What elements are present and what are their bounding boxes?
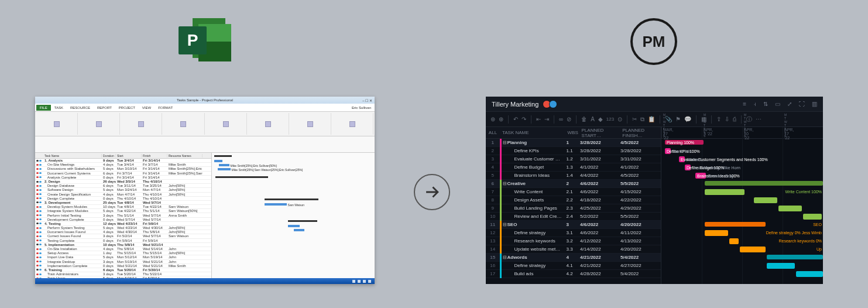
table-row[interactable]: 7 Write Content 2.1 4/6/2022 4/15/2022 — [486, 188, 661, 196]
table-row[interactable]: Software Design 5 days Mon 3/24/14 Mon 4… — [35, 188, 211, 192]
paste-icon[interactable] — [96, 121, 102, 127]
table-row[interactable]: 5 Brainstorm Ideas 1.4 4/4/2022 4/5/2022 — [486, 172, 661, 180]
gantt-bar[interactable] — [778, 206, 802, 211]
schedule-icon[interactable] — [180, 121, 186, 127]
table-row[interactable]: 13 Research keywords 3.2 4/12/2022 4/13/… — [486, 237, 661, 245]
ribbon-tab-report[interactable]: REPORT — [94, 105, 115, 111]
table-row[interactable]: Perform Initial Testing 3 days Thu 5/1/1… — [35, 213, 211, 217]
gantt-chart-icon[interactable] — [54, 121, 60, 127]
gantt-bar[interactable] — [705, 222, 766, 227]
ribbon-tab-project[interactable]: PROJECT — [115, 105, 139, 111]
gantt-chart-area[interactable]: Mike Smith[25%];Eric Sullivan[50%] Mike … — [212, 153, 375, 278]
table-row[interactable]: 3 Evaluate Customer … 1.2 3/31/2022 3/31… — [486, 155, 661, 163]
gantt-bar[interactable]: Define Budget 100%Jess Wimberly, Mike Ho… — [685, 165, 691, 170]
table-row[interactable]: On-Site Meetings 4 days Tue 3/4/14 Fri 3… — [35, 163, 211, 167]
avatar[interactable] — [549, 100, 557, 108]
col-duration[interactable]: Duration — [102, 154, 116, 158]
ribbon-tab-resource[interactable]: RESOURCE — [67, 105, 94, 111]
table-row[interactable]: 4. Testing 12 days Wed 4/23/14 Fri 5/9/1… — [35, 222, 211, 226]
col-all[interactable]: ALL — [486, 130, 500, 135]
table-row[interactable]: Perform System Testing 5 days Wed 4/23/1… — [35, 226, 211, 230]
ribbon-tab-task[interactable]: TASK — [51, 105, 67, 111]
indent-right-icon[interactable]: ⇥ — [544, 116, 549, 122]
gantt-bar[interactable] — [705, 181, 823, 186]
percent-icon[interactable]: 123 — [606, 117, 614, 122]
table-row[interactable]: Develop System Modules 10 days Tue 4/8/1… — [35, 205, 211, 209]
text-color-icon[interactable]: A — [591, 116, 595, 122]
gantt-bar[interactable] — [705, 230, 728, 236]
gantt-summary-bar[interactable] — [215, 176, 268, 178]
gantt-bar[interactable] — [767, 255, 823, 259]
gantt-bar[interactable] — [214, 160, 222, 162]
table-row[interactable]: Correct Issues Found 3 days Fri 5/2/14 W… — [35, 234, 211, 238]
table-row[interactable]: 4 Define Budget 1.3 4/1/2022 4/1/2022 — [486, 163, 661, 172]
table-row[interactable]: 6 ⊟ Creative 2 4/6/2022 5/5/2022 — [486, 180, 661, 188]
table-row[interactable]: 3. Development 25 days Tue 4/8/14 Wed 5/… — [35, 201, 211, 205]
paste-icon[interactable]: 📋 — [648, 116, 655, 122]
table-row[interactable]: Setup Access 1 day Thu 5/15/14 Thu 5/15/… — [35, 251, 211, 255]
gantt-bar[interactable] — [288, 225, 300, 227]
col-resources[interactable]: Resource Names — [167, 154, 203, 158]
expand-icon[interactable]: ⤢ — [787, 101, 792, 107]
gantt-chart-area[interactable]: MAR, 27 '22M T W T F S S APR, 3 '22M T W… — [661, 127, 823, 284]
gantt-summary-bar[interactable] — [265, 199, 318, 200]
table-row[interactable]: Discussions with Stakeholders 5 days Mon… — [35, 167, 211, 171]
table-row[interactable]: Analysis Complete 0 days Fri 3/14/14 Fri… — [35, 176, 211, 180]
windows-taskbar[interactable] — [35, 278, 375, 284]
gantt-bar[interactable]: Define KPIs 100%Daren Hill — [665, 148, 671, 154]
col-start[interactable]: Start — [116, 154, 142, 158]
export-icon[interactable]: ⇪ — [716, 116, 721, 122]
table-row[interactable]: 2 Define KPIs 1.1 3/28/2022 3/28/2022 — [486, 147, 661, 155]
table-row[interactable]: 16 Define strategy 4.1 4/21/2022 4/27/20… — [486, 262, 661, 270]
taskbar-icon[interactable] — [363, 280, 366, 283]
redo-icon[interactable]: ↷ — [522, 116, 526, 122]
undo-icon[interactable]: ↶ — [513, 116, 518, 122]
import-icon[interactable]: ⇩ — [725, 116, 729, 122]
collaborator-avatars[interactable] — [544, 100, 557, 108]
gantt-bar[interactable]: Planning 100% — [665, 140, 704, 145]
table-row[interactable]: Integrate Desktop 3 days Mon 5/19/14 Wed… — [35, 260, 211, 264]
table-row[interactable]: Design Database 6 days Tue 3/11/14 Tue 3… — [35, 184, 211, 188]
gantt-bar[interactable]: Evaluate Customer Segments and Needs 100… — [679, 156, 685, 162]
taskbar-icon[interactable] — [358, 280, 361, 283]
board-icon[interactable]: ▭ — [775, 101, 780, 107]
layout-icon[interactable]: ▥ — [812, 101, 817, 107]
table-row[interactable]: 1 ⊟ Planning 1 3/28/2022 4/5/2022 — [486, 139, 661, 147]
cut-icon[interactable]: ✂ — [632, 116, 637, 122]
more-icon[interactable]: ⊙ — [617, 116, 622, 122]
table-row[interactable]: 12 Define strategy 3.1 4/6/2022 4/11/202… — [486, 229, 661, 237]
sort-icon[interactable]: ⇅ — [763, 101, 768, 107]
table-row[interactable]: 5. Implementation 10 days Thu 5/8/14 Wed… — [35, 243, 211, 247]
col-planned-finish[interactable]: PLANNED FINISH… — [620, 128, 661, 138]
gantt-bar[interactable]: Brainstorm Ideas 100%Brandon Gray — [695, 173, 706, 179]
gantt-bar[interactable] — [294, 229, 304, 231]
table-row[interactable]: 6. Training 6 days Tue 5/20/14 Fri 5/30/… — [35, 268, 211, 272]
gantt-bar[interactable] — [767, 263, 795, 269]
table-row[interactable]: 1. Analysis 9 days Tue 3/4/14 Fri 3/14/1… — [35, 159, 211, 163]
col-task-name[interactable]: TASK NAME — [500, 130, 565, 135]
view-list-icon[interactable]: ≡ — [743, 101, 746, 107]
table-row[interactable]: 10 Review and Edit Cre… 2.4 5/2/2022 5/5… — [486, 213, 661, 221]
table-row[interactable]: Document Current Systems 6 days Fri 3/7/… — [35, 172, 211, 176]
fullscreen-icon[interactable]: ⛶ — [799, 101, 805, 107]
col-planned-start[interactable]: PLANNED START… — [579, 128, 620, 138]
ribbon-tab-file[interactable]: FILE — [36, 105, 51, 111]
col-finish[interactable]: Finish — [142, 154, 167, 158]
table-row[interactable]: Create Design Specification 4 days Mon 4… — [35, 193, 211, 197]
table-row[interactable]: Design Complete 0 days Thu 4/10/14 Thu 4… — [35, 197, 211, 201]
delete-icon[interactable]: 🗑 — [581, 116, 587, 122]
table-row[interactable]: 14 Update website met… 3.3 4/14/2022 4/2… — [486, 245, 661, 254]
table-row[interactable]: 9 Build Landing Pages 2.3 4/25/2022 4/29… — [486, 204, 661, 213]
link-icon[interactable]: ∞ — [559, 116, 563, 122]
editing-icon[interactable] — [349, 121, 355, 127]
comment-icon[interactable]: 💬 — [684, 116, 691, 122]
table-row[interactable]: Testing Complete 0 days Fri 5/9/14 Fri 5… — [35, 239, 211, 243]
copy-icon[interactable]: ⧉ — [640, 116, 644, 123]
table-row[interactable]: Document Issues Found 4 days Wed 4/30/14… — [35, 230, 211, 234]
indent-left-icon[interactable]: ⇤ — [536, 116, 541, 122]
table-row[interactable]: 15 ⊟ Adwords 4 4/21/2022 5/4/2022 — [486, 254, 661, 262]
unlink-icon[interactable]: ⊘ — [567, 116, 571, 122]
insert-icon[interactable] — [265, 121, 271, 127]
table-row[interactable]: 8 Design Assets 2.2 4/18/2022 4/22/2022 — [486, 196, 661, 204]
ribbon-tab-format[interactable]: FORMAT — [155, 105, 176, 111]
